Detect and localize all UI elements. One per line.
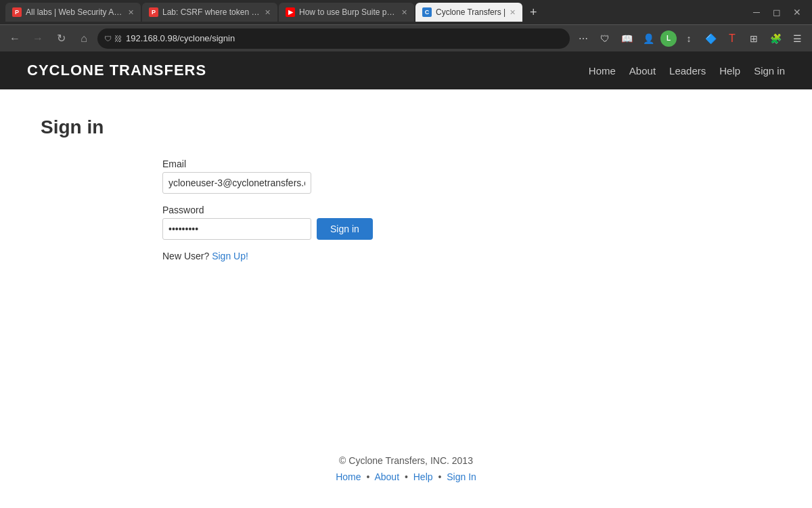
tab-4-favicon: C (422, 7, 432, 17)
tab-4-close[interactable]: ✕ (510, 8, 516, 17)
email-group: Email (162, 158, 771, 194)
tab-2-favicon: P (149, 7, 158, 17)
email-input[interactable] (162, 172, 311, 194)
signin-form: Email Password Sign in New User? Sign Up… (162, 158, 771, 261)
sync-button[interactable]: ↕ (679, 29, 698, 48)
footer-help[interactable]: Help (413, 471, 433, 482)
address-domain: 192.168.0.98/cyclone/signin (126, 33, 235, 43)
extension-puzzle-button[interactable]: 🧩 (766, 29, 785, 48)
footer-about[interactable]: About (374, 471, 399, 482)
navbar: CYCLONE TRANSFERS Home About Leaders Hel… (0, 51, 812, 89)
nav-about[interactable]: About (629, 65, 656, 77)
page-title: Sign in (41, 117, 771, 138)
footer-copyright: © Cyclone Transfers, INC. 2013 (0, 455, 812, 466)
chain-icon: ⛓ (114, 35, 122, 43)
nav-signin[interactable]: Sign in (754, 65, 785, 77)
pocket-button[interactable]: 🛡 (595, 29, 614, 48)
navbar-links: Home About Leaders Help Sign in (589, 65, 785, 77)
reader-button[interactable]: 📖 (617, 29, 636, 48)
toolbar-right: ⋯ 🛡 📖 👤 L ↕ 🔷 T ⊞ 🧩 ☰ (574, 29, 807, 48)
password-group: Password Sign in (162, 205, 771, 240)
footer-signin[interactable]: Sign In (447, 471, 476, 482)
menu-button[interactable]: ☰ (788, 29, 807, 48)
tab-1-close[interactable]: ✕ (128, 8, 134, 17)
tab-2-title: Lab: CSRF where token is not t... (162, 7, 261, 17)
tab-2-close[interactable]: ✕ (265, 8, 271, 17)
home-button[interactable]: ⌂ (74, 29, 93, 48)
tab-3-close[interactable]: ✕ (401, 8, 407, 17)
tab-bar: P All labs | Web Security Academ... ✕ P … (0, 0, 812, 24)
address-text: 192.168.0.98/cyclone/signin (126, 33, 563, 43)
nav-leaders[interactable]: Leaders (669, 65, 706, 77)
address-bar-container[interactable]: 🛡 ⛓ 192.168.0.98/cyclone/signin (97, 28, 570, 49)
password-label: Password (162, 205, 771, 215)
extension-button-red[interactable]: T (723, 29, 742, 48)
navbar-brand: CYCLONE TRANSFERS (27, 62, 589, 79)
footer: © Cyclone Transfers, INC. 2013 Home • Ab… (0, 428, 812, 503)
footer-sep-3: • (438, 471, 441, 482)
browser-toolbar: ← → ↻ ⌂ 🛡 ⛓ 192.168.0.98/cyclone/signin … (0, 24, 812, 51)
tab-3-favicon: ▶ (286, 7, 295, 17)
signup-link[interactable]: Sign Up! (212, 251, 248, 261)
security-icons: 🛡 ⛓ (104, 35, 122, 43)
account-button[interactable]: 👤 (639, 29, 658, 48)
email-label: Email (162, 158, 771, 169)
extensions-grid-button[interactable]: ⊞ (744, 29, 763, 48)
more-options-button[interactable]: ⋯ (574, 29, 593, 48)
tab-3[interactable]: ▶ How to use Burp Suite project... ✕ (279, 3, 414, 22)
footer-home[interactable]: Home (336, 471, 361, 482)
new-user-section: New User? Sign Up! (162, 251, 771, 261)
footer-links: Home • About • Help • Sign In (0, 471, 812, 482)
close-button[interactable]: ✕ (788, 3, 807, 22)
signin-button[interactable]: Sign in (317, 218, 373, 240)
back-button[interactable]: ← (5, 29, 24, 48)
tab-2[interactable]: P Lab: CSRF where token is not t... ✕ (142, 3, 277, 22)
nav-help[interactable]: Help (719, 65, 740, 77)
minimize-button[interactable]: ─ (747, 3, 766, 22)
container-button[interactable]: 🔷 (701, 29, 720, 48)
shield-icon: 🛡 (104, 35, 112, 43)
tab-1-favicon: P (12, 7, 22, 17)
footer-sep-2: • (405, 471, 408, 482)
tab-3-title: How to use Burp Suite project... (299, 7, 397, 17)
main-content: Sign in Email Password Sign in New User?… (0, 89, 812, 428)
restore-button[interactable]: ◻ (767, 3, 786, 22)
tab-1-title: All labs | Web Security Academ... (26, 7, 124, 17)
profile-badge[interactable]: L (660, 30, 677, 47)
tab-4-title: Cyclone Transfers | (436, 7, 505, 17)
tab-4[interactable]: C Cyclone Transfers | ✕ (415, 3, 522, 22)
new-tab-button[interactable]: + (524, 3, 543, 22)
password-row: Sign in (162, 218, 771, 240)
page-content: CYCLONE TRANSFERS Home About Leaders Hel… (0, 51, 812, 508)
nav-home[interactable]: Home (589, 65, 616, 77)
new-user-label: New User? (162, 251, 209, 261)
reload-button[interactable]: ↻ (51, 29, 70, 48)
browser-chrome: P All labs | Web Security Academ... ✕ P … (0, 0, 812, 51)
tab-1[interactable]: P All labs | Web Security Academ... ✕ (5, 3, 141, 22)
password-input[interactable] (162, 218, 311, 240)
forward-button[interactable]: → (28, 29, 47, 48)
footer-sep-1: • (366, 471, 369, 482)
